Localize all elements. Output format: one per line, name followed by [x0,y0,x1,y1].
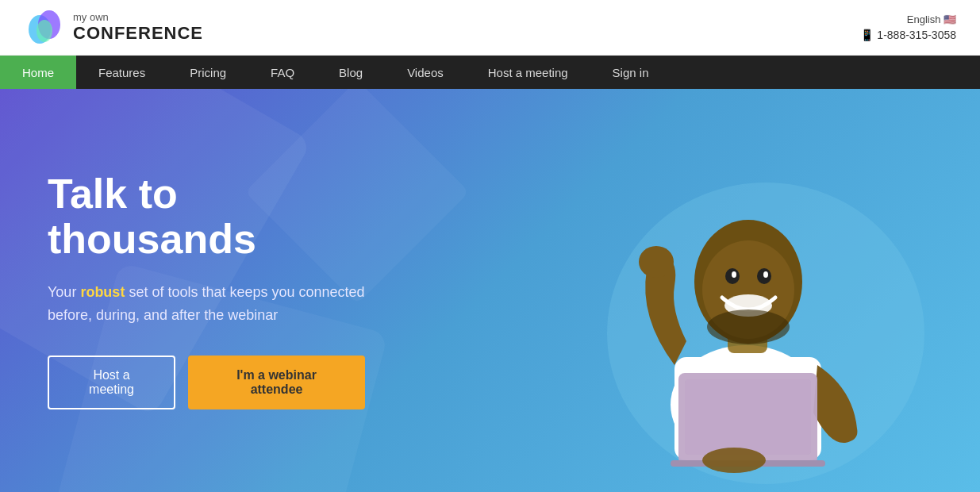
main-nav: Home Features Pricing FAQ Blog Videos Ho… [0,56,980,89]
hero-buttons: Host a meeting I'm a webinar attendee [48,356,365,409]
top-bar: my own CONFERENCE English 🇺🇸 📱 1-888-315… [0,0,980,56]
nav-item-blog[interactable]: Blog [317,56,385,89]
nav-item-faq[interactable]: FAQ [248,56,317,89]
phone-number: 📱 1-888-315-3058 [860,29,956,41]
svg-point-2 [37,20,52,42]
hero-subtitle: Your robust set of tools that keeps you … [48,281,365,327]
svg-point-12 [763,271,768,278]
language-selector[interactable]: English 🇺🇸 [860,13,956,25]
nav-item-videos[interactable]: Videos [385,56,466,89]
phone-icon: 📱 [860,29,874,41]
nav-item-features[interactable]: Features [76,56,167,89]
svg-point-15 [639,246,674,278]
svg-point-14 [707,309,790,344]
hero-title: Talk to thousands [48,171,365,262]
phone-value: 1-888-315-3058 [877,29,956,41]
host-meeting-button[interactable]: Host a meeting [48,356,175,409]
logo-my-own: my own [73,12,203,23]
svg-point-11 [732,271,736,278]
nav-item-home[interactable]: Home [0,56,76,89]
nav-item-sign-in[interactable]: Sign in [590,56,671,89]
hero-section: Talk to thousands Your robust set of too… [0,89,980,492]
top-right-info: English 🇺🇸 📱 1-888-315-3058 [860,13,956,41]
logo[interactable]: my own CONFERENCE [24,7,203,48]
subtitle-highlight: robust [80,284,125,300]
nav-item-pricing[interactable]: Pricing [167,56,248,89]
svg-rect-18 [685,379,811,455]
hero-content: Talk to thousands Your robust set of too… [0,171,413,409]
logo-conference: CONFERENCE [73,24,203,43]
hero-image [520,89,964,492]
nav-item-host-meeting[interactable]: Host a meeting [466,56,590,89]
webinar-attendee-button[interactable]: I'm a webinar attendee [188,356,365,409]
logo-icon [24,7,65,48]
logo-text: my own CONFERENCE [73,12,203,42]
subtitle-prefix: Your [48,284,80,300]
svg-point-20 [702,448,766,473]
person-illustration [544,95,940,492]
